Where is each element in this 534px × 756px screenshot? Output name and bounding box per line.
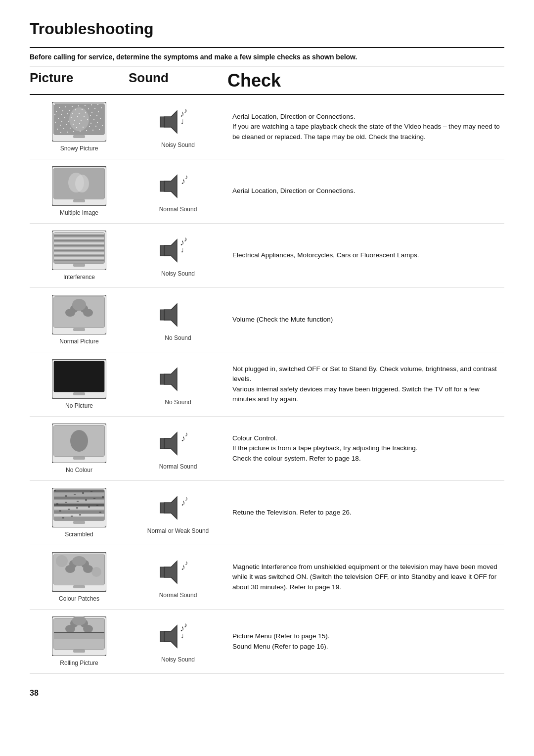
svg-rect-60 [91, 104, 92, 105]
svg-rect-13 [55, 122, 56, 123]
cell-picture-6: Scrambled [30, 488, 129, 538]
svg-rect-6 [72, 113, 73, 114]
cell-picture-2: Interference [30, 231, 129, 281]
sound-label-5: Normal Sound [159, 463, 197, 470]
picture-label-1: Multiple Image [60, 209, 98, 216]
svg-rect-44 [89, 126, 90, 127]
table-row: Interference ♪ ♪ ♩ Noisy Sound Electrica… [30, 224, 504, 288]
cell-sound-7: ♪ ♪ Normal Sound [129, 556, 227, 599]
picture-image-6 [52, 488, 106, 529]
svg-rect-64 [67, 113, 68, 114]
cell-picture-0: Snowy Picture [30, 102, 129, 152]
svg-text:♪: ♪ [184, 621, 187, 629]
svg-rect-47 [95, 126, 96, 127]
svg-rect-56 [66, 124, 67, 125]
speaker-image-4 [158, 363, 198, 397]
cell-sound-3: No Sound [129, 299, 227, 341]
svg-rect-92 [54, 252, 104, 254]
sound-label-6: Normal or Weak Sound [147, 527, 209, 534]
picture-image-3 [52, 295, 106, 336]
header-picture: Picture [30, 70, 129, 91]
picture-image-2 [52, 231, 106, 272]
cell-check-4: Not plugged in, switched OFF or Set to S… [227, 364, 504, 404]
svg-rect-146 [85, 499, 87, 501]
table-row: Scrambled ♪ ♪ Normal or Weak Sound Retun… [30, 481, 504, 545]
svg-rect-150 [82, 492, 84, 494]
speaker-image-3 [158, 299, 198, 332]
svg-rect-5 [54, 104, 55, 105]
picture-image-4 [52, 359, 106, 400]
svg-text:♪: ♪ [185, 173, 188, 181]
svg-rect-46 [77, 116, 78, 117]
svg-rect-30 [75, 109, 76, 110]
svg-rect-11 [67, 132, 68, 133]
svg-rect-20 [86, 130, 87, 131]
svg-rect-58 [54, 114, 55, 115]
svg-rect-85 [54, 235, 104, 236]
table-row: No Colour ♪ ♪ Normal Sound Colour Contro… [30, 417, 504, 481]
svg-rect-154 [79, 514, 81, 516]
svg-rect-93 [54, 255, 104, 256]
table-row: Rolling Picture ♪ ♪ ♩ Noisy Sound Pictur… [30, 610, 504, 674]
svg-rect-140 [65, 495, 67, 497]
picture-image-7 [52, 552, 106, 593]
svg-rect-139 [54, 490, 56, 491]
svg-rect-9 [79, 113, 80, 114]
picture-label-8: Rolling Picture [60, 660, 98, 666]
cell-check-2: Electrical Appliances, Motorcycles, Cars… [227, 250, 504, 260]
sound-label-4: No Sound [165, 399, 191, 406]
troubleshooting-table: Snowy Picture ♪ ♪ ♩ Noisy Sound Aerial L… [30, 95, 504, 674]
sound-label-2: Noisy Sound [161, 270, 195, 277]
svg-rect-86 [54, 237, 104, 239]
svg-rect-7 [90, 123, 91, 124]
svg-rect-82 [73, 264, 85, 267]
picture-label-0: Snowy Picture [60, 145, 98, 152]
svg-rect-29 [57, 129, 58, 130]
cell-sound-6: ♪ ♪ Normal or Weak Sound [129, 492, 227, 534]
svg-rect-160 [160, 503, 164, 513]
cell-sound-8: ♪ ♪ ♩ Noisy Sound [129, 620, 227, 663]
cell-check-7: Magnetic Interference from unshielded eq… [227, 562, 504, 592]
svg-rect-25 [81, 120, 82, 121]
picture-image-5 [52, 424, 106, 465]
svg-rect-23 [92, 130, 93, 131]
svg-rect-39 [94, 108, 95, 109]
svg-rect-34 [100, 118, 101, 119]
cell-picture-5: No Colour [30, 424, 129, 473]
svg-rect-117 [160, 374, 164, 384]
svg-rect-59 [73, 124, 74, 125]
svg-marker-174 [164, 561, 177, 583]
cell-sound-5: ♪ ♪ Normal Sound [129, 427, 227, 470]
svg-rect-61 [61, 114, 62, 115]
svg-rect-134 [54, 500, 104, 503]
svg-rect-26 [99, 129, 100, 130]
svg-rect-54 [78, 105, 79, 106]
svg-rect-89 [54, 245, 104, 246]
svg-rect-35 [70, 128, 71, 129]
svg-rect-144 [62, 517, 64, 519]
svg-text:♪: ♪ [185, 495, 188, 502]
svg-rect-95 [54, 260, 104, 261]
cell-check-8: Picture Menu (Refer to page 15).Sound Me… [227, 631, 504, 652]
sound-label-8: Noisy Sound [161, 656, 195, 663]
svg-rect-37 [58, 118, 59, 119]
table-header: Picture Sound Check [30, 66, 504, 95]
speaker-image-2: ♪ ♪ ♩ [158, 235, 198, 268]
svg-rect-151 [93, 498, 95, 499]
svg-rect-132 [54, 493, 104, 496]
svg-point-186 [83, 625, 93, 633]
picture-label-2: Interference [63, 274, 95, 281]
svg-text:♩: ♩ [181, 118, 184, 125]
svg-rect-165 [73, 585, 85, 588]
svg-rect-36 [88, 108, 89, 109]
svg-point-75 [75, 175, 89, 192]
svg-marker-65 [164, 111, 177, 133]
svg-text:♪: ♪ [184, 235, 187, 243]
svg-rect-27 [69, 110, 70, 111]
svg-rect-142 [88, 506, 90, 508]
svg-rect-137 [54, 511, 104, 513]
svg-rect-41 [83, 127, 84, 128]
svg-rect-190 [160, 631, 164, 642]
table-row: Multiple Image ♪ ♪ Normal Sound Aerial L… [30, 159, 504, 224]
svg-point-108 [65, 309, 75, 317]
